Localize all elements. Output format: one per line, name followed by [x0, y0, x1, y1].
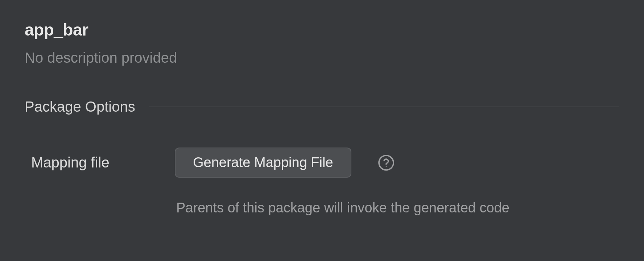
package-title: app_bar: [25, 20, 619, 40]
svg-point-1: [385, 166, 386, 167]
settings-panel: app_bar No description provided Package …: [0, 0, 644, 236]
help-icon[interactable]: [377, 154, 395, 171]
mapping-file-controls: Generate Mapping File: [175, 148, 395, 178]
section-title: Package Options: [25, 99, 149, 115]
mapping-file-row: Mapping file Generate Mapping File: [25, 148, 619, 178]
section-header: Package Options: [25, 99, 619, 115]
package-description: No description provided: [25, 50, 619, 66]
mapping-file-label: Mapping file: [31, 154, 175, 171]
mapping-file-help-text: Parents of this package will invoke the …: [175, 200, 509, 216]
section-divider: [149, 107, 619, 107]
generate-mapping-file-button[interactable]: Generate Mapping File: [175, 148, 351, 178]
help-text-row: Parents of this package will invoke the …: [25, 200, 619, 216]
svg-point-0: [379, 156, 393, 170]
